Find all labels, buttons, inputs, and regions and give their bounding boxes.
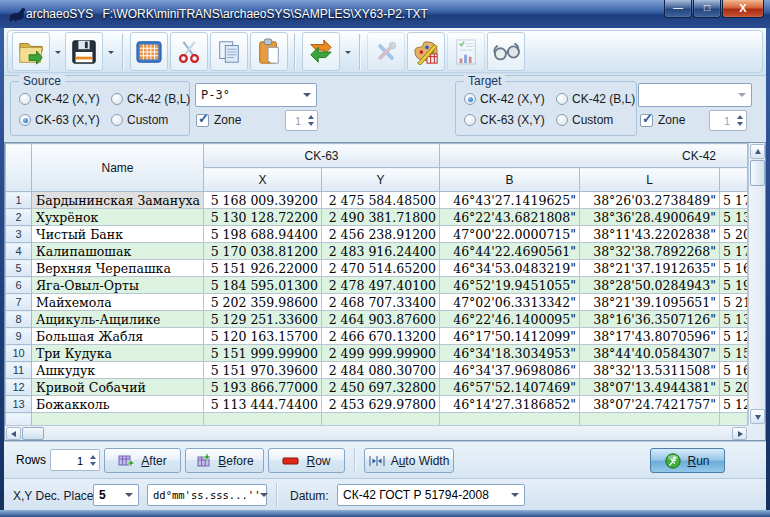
cell-x[interactable]: 5 130 128.72200 [204, 209, 322, 226]
cut-button[interactable] [170, 32, 208, 71]
cell-b[interactable]: 46°52'19.9451055" [440, 277, 580, 294]
cell-x[interactable]: 5 151 926.22000 [204, 260, 322, 277]
cell-x[interactable]: 5 113 444.74400 [204, 396, 322, 413]
cell-b[interactable]: 46°57'52.1407469" [440, 379, 580, 396]
target-radio-custom[interactable]: Custom [556, 113, 635, 127]
cell-y[interactable]: 2 478 497.40100 [322, 277, 440, 294]
cell-extra[interactable]: 5 193 [720, 277, 748, 294]
cell-name[interactable]: Бардынинская Замануха [32, 192, 204, 209]
cell-x[interactable]: 5 184 595.01300 [204, 277, 322, 294]
transform-dropdown[interactable] [341, 32, 354, 71]
cell-extra[interactable]: 5 176 [720, 192, 748, 209]
scroll-up-button[interactable] [750, 144, 765, 159]
angle-format-combobox[interactable]: dd°mm'ss.sss...'' [147, 484, 267, 506]
target-zone-checkbox[interactable]: ✓ Zone [640, 113, 685, 127]
column-header-y[interactable]: Y [322, 168, 440, 192]
cell-extra[interactable]: 5 208 [720, 226, 748, 243]
insert-after-button[interactable]: After [104, 448, 181, 473]
scroll-left-button[interactable] [6, 427, 21, 440]
tools-button[interactable] [367, 32, 405, 71]
save-button[interactable] [65, 32, 103, 71]
datum-combobox[interactable]: СК-42 ГОСТ Р 51794-2008 [337, 484, 525, 506]
cell-b[interactable]: 46°22'46.1400095" [440, 311, 580, 328]
delete-row-button[interactable]: Row [268, 448, 345, 473]
cell-extra[interactable]: 5 138 [720, 311, 748, 328]
cell-name[interactable]: Чистый Банк [32, 226, 204, 243]
save-dropdown[interactable] [104, 32, 117, 71]
row-number[interactable]: 4 [6, 243, 32, 260]
spinner-arrows[interactable] [304, 111, 317, 130]
row-number[interactable]: 12 [6, 379, 32, 396]
source-zone-checkbox[interactable]: ✓ Zone [196, 113, 241, 127]
cell-x[interactable]: 5 120 163.15700 [204, 328, 322, 345]
cell-extra[interactable]: 5 178 [720, 243, 748, 260]
cell-x[interactable]: 5 151 999.99900 [204, 345, 322, 362]
cell-name[interactable]: Ашкудук [32, 362, 204, 379]
row-number[interactable]: 1 [6, 192, 32, 209]
cell-name[interactable]: Божакколь [32, 396, 204, 413]
cell-y[interactable]: 2 468 707.33400 [322, 294, 440, 311]
source-radio-ck42-bl[interactable]: CK-42 (B,L) [111, 92, 190, 106]
cell-b[interactable]: 46°43'27.1419625" [440, 192, 580, 209]
copy-button[interactable] [210, 32, 248, 71]
cell-y[interactable]: 2 450 697.32800 [322, 379, 440, 396]
vertical-scrollbar[interactable] [748, 143, 765, 425]
palette-button[interactable] [407, 32, 445, 71]
source-radio-ck42-xy[interactable]: CK-42 (X,Y) [19, 92, 111, 106]
cell-l[interactable]: 38°11'43.2202838" [580, 226, 720, 243]
cell-x[interactable]: 5 151 970.39600 [204, 362, 322, 379]
rows-spinner[interactable]: 1 [50, 449, 100, 471]
column-header-l[interactable]: L [580, 168, 720, 192]
cell-l[interactable]: 38°32'38.7892268" [580, 243, 720, 260]
column-header-extra[interactable] [720, 168, 748, 192]
vertical-scroll-thumb[interactable] [750, 160, 765, 186]
source-projection-combobox[interactable]: P-3° [195, 83, 317, 107]
cell-x[interactable]: 5 198 688.94400 [204, 226, 322, 243]
source-zone-spinner[interactable]: 1 [285, 110, 318, 131]
title-bar[interactable]: archaeoSYS F:\WORK\miniTRANS\archaeoSYS\… [0, 0, 770, 28]
report-button[interactable] [447, 32, 485, 71]
row-number[interactable]: 6 [6, 277, 32, 294]
cell-name[interactable]: Верхняя Черепашка [32, 260, 204, 277]
row-number[interactable]: 7 [6, 294, 32, 311]
row-number[interactable]: 11 [6, 362, 32, 379]
cell-l[interactable]: 38°36'28.4900649" [580, 209, 720, 226]
scroll-right-button[interactable] [732, 427, 747, 440]
cell-extra[interactable]: 5 138 [720, 209, 748, 226]
cell-extra[interactable]: 5 161 [720, 260, 748, 277]
cell-x[interactable]: 5 170 038.81200 [204, 243, 322, 260]
spinner-arrows[interactable] [86, 450, 99, 470]
cell-b[interactable]: 47°00'22.0000715" [440, 226, 580, 243]
target-radio-ck42-bl[interactable]: CK-42 (B,L) [556, 92, 635, 106]
cell-b[interactable]: 46°44'22.4690561" [440, 243, 580, 260]
cell-l[interactable]: 38°28'50.0284943" [580, 277, 720, 294]
cell-y[interactable]: 2 453 629.97800 [322, 396, 440, 413]
cell-l[interactable]: 38°44'40.0584307" [580, 345, 720, 362]
view-button[interactable] [487, 32, 525, 71]
cell-x[interactable]: 5 129 251.33600 [204, 311, 322, 328]
table-button[interactable] [130, 32, 168, 71]
horizontal-scrollbar[interactable] [5, 425, 748, 440]
insert-before-button[interactable]: Before [185, 448, 264, 473]
row-number[interactable]: 10 [6, 345, 32, 362]
open-dropdown[interactable] [51, 32, 64, 71]
cell-name[interactable]: Калипашошак [32, 243, 204, 260]
cell-b[interactable]: 46°34'37.9698086" [440, 362, 580, 379]
cell-l[interactable]: 38°07'13.4944381" [580, 379, 720, 396]
cell-l[interactable]: 38°21'39.1095651" [580, 294, 720, 311]
cell-y[interactable]: 2 464 903.87600 [322, 311, 440, 328]
name-column-header[interactable]: Name [32, 144, 204, 192]
minimize-button[interactable]: — [664, 0, 692, 18]
close-button[interactable]: X [722, 0, 764, 18]
column-header-x[interactable]: X [204, 168, 322, 192]
cell-y[interactable]: 2 475 584.48500 [322, 192, 440, 209]
target-radio-ck42-xy[interactable]: CK-42 (X,Y) [464, 92, 556, 106]
cell-l[interactable]: 38°16'36.3507126" [580, 311, 720, 328]
cell-name[interactable]: Яга-Овыл-Орты [32, 277, 204, 294]
group-header-ck42[interactable]: CK-42 [440, 144, 748, 168]
horizontal-scroll-thumb[interactable] [22, 427, 44, 440]
row-number[interactable]: 9 [6, 328, 32, 345]
cell-l[interactable]: 38°17'43.8070596" [580, 328, 720, 345]
scroll-down-button[interactable] [750, 409, 765, 424]
cell-name[interactable]: Майхемола [32, 294, 204, 311]
